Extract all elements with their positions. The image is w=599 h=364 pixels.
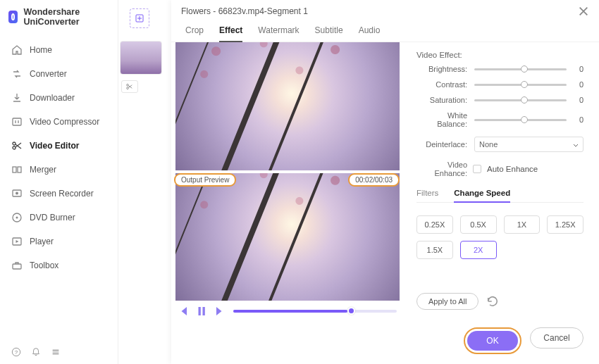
dialog-title: Flowers - 66823v.mp4-Segment 1 [181,6,308,16]
saturation-slider[interactable] [474,99,567,101]
sidebar-item-converter[interactable]: Converter [0,62,118,86]
preview-output [175,173,400,301]
speed-2x[interactable]: 2X [460,241,497,259]
svg-rect-0 [13,118,21,125]
reset-icon[interactable] [486,294,500,308]
speed-0-25x[interactable]: 0.25X [416,215,453,234]
add-media-button[interactable] [130,8,149,28]
sidebar-item-downloader[interactable]: Downloader [0,86,118,110]
sidebar-item-merger[interactable]: Merger [0,158,118,182]
seek-slider[interactable] [233,310,397,313]
svg-point-15 [127,87,129,89]
playback-controls [175,301,400,320]
step-back-button[interactable] [178,305,191,318]
step-forward-button[interactable] [212,305,225,318]
sidebar-item-label: Video Compressor [30,117,99,127]
speed-1x[interactable]: 1X [504,215,541,234]
brand-name: Wondershare UniConverter [23,7,109,27]
converter-icon [11,68,23,80]
subtab-filters[interactable]: Filters [416,186,438,202]
sidebar-item-home[interactable]: Home [0,38,118,62]
contrast-row: Contrast: 0 [416,80,583,89]
tab-effect[interactable]: Effect [219,23,242,42]
record-icon [11,188,23,199]
sidebar-item-label: Merger [30,165,56,175]
merge-icon [11,164,23,175]
compress-icon [11,116,23,127]
auto-enhance-text: Auto Enhance [487,165,538,173]
auto-enhance-checkbox[interactable] [473,165,481,173]
sidebar-item-label: Converter [30,69,67,79]
sidebar-item-label: Screen Recorder [30,189,94,199]
svg-text:?: ? [15,349,18,356]
sidebar-item-player[interactable]: Player [0,230,118,253]
bell-icon[interactable] [31,347,41,357]
svg-point-8 [16,217,18,219]
svg-rect-10 [13,264,21,269]
sidebar-item-label: Toolbox [30,261,58,270]
deinterlace-row: Deinterlace: None [416,137,583,152]
home-icon [11,44,23,56]
sidebar-item-video-editor[interactable]: Video Editor [0,134,118,158]
output-preview-label: Output Preview [174,173,236,187]
saturation-row: Saturation: 0 [416,96,583,104]
effect-panel: Video Effect: Brightness: 0 Contrast: 0 … [404,42,599,320]
tab-watermark[interactable]: Watermark [258,23,299,42]
close-button[interactable] [578,6,589,17]
speed-1-5x[interactable]: 1.5X [416,241,453,259]
pause-button[interactable] [195,305,208,318]
ok-button[interactable]: OK [467,331,518,351]
ok-highlight: OK [464,327,521,354]
brightness-value: 0 [574,65,583,73]
sidebar-item-label: Player [30,237,54,246]
play-icon [11,236,23,247]
deinterlace-select[interactable]: None [474,137,583,152]
speed-1-25x[interactable]: 1.25X [547,215,583,234]
contrast-label: Contrast: [416,80,467,89]
white-balance-label: White Balance: [416,111,467,128]
seek-thumb[interactable] [347,307,355,315]
sidebar-item-dvd-burner[interactable]: DVD Burner [0,206,118,230]
sidebar: Wondershare UniConverter Home Converter … [0,0,118,364]
brightness-slider[interactable] [474,68,567,70]
scissors-icon [11,140,23,151]
white-balance-value: 0 [574,115,583,124]
white-balance-slider[interactable] [474,119,567,121]
preview-original [175,42,400,170]
cancel-button[interactable]: Cancel [530,327,583,349]
brand: Wondershare UniConverter [0,0,118,34]
sidebar-item-screen-recorder[interactable]: Screen Recorder [0,182,118,206]
contrast-value: 0 [574,80,583,89]
preview-column: Output Preview 00:02/00:03 [171,42,404,320]
white-balance-row: White Balance: 0 [416,111,583,128]
sidebar-item-label: Downloader [30,93,75,103]
help-icon[interactable]: ? [11,347,21,357]
subtab-change-speed[interactable]: Change Speed [454,186,510,203]
sidebar-item-label: Home [30,45,52,55]
deinterlace-value: None [479,140,498,149]
tab-crop[interactable]: Crop [185,23,204,42]
tab-audio[interactable]: Audio [359,23,381,42]
sidebar-footer: ? [0,340,118,364]
sidebar-item-toolbox[interactable]: Toolbox [0,253,118,277]
apply-to-all-button[interactable]: Apply to All [416,293,478,310]
trim-button[interactable] [121,80,138,93]
clip-thumbnail[interactable] [120,41,162,75]
brand-logo-icon [8,11,18,23]
contrast-slider[interactable] [474,84,567,86]
brightness-row: Brightness: 0 [416,65,583,73]
svg-point-1 [13,142,16,145]
menu-icon[interactable] [51,347,61,357]
sidebar-item-compressor[interactable]: Video Compressor [0,110,118,134]
toolbox-icon [11,260,23,271]
tab-subtitle[interactable]: Subtitle [315,23,343,42]
enhance-label: Video Enhance: [416,161,467,177]
enhance-row: Video Enhance: Auto Enhance [416,161,583,177]
svg-rect-3 [13,167,16,172]
speed-0-5x[interactable]: 0.5X [460,215,497,234]
chevron-down-icon [573,142,579,147]
dvd-icon [11,212,23,223]
deinterlace-label: Deinterlace: [416,140,467,149]
download-icon [11,92,23,103]
svg-point-14 [127,84,129,86]
